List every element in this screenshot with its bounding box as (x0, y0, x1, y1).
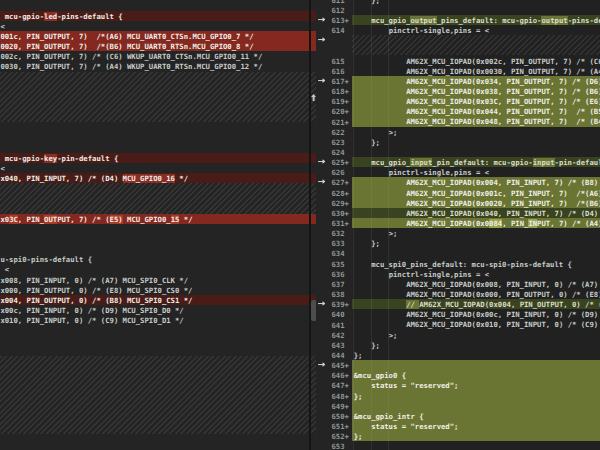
line-number[interactable]: 639 (326, 300, 345, 310)
code-line-text: AM62X_MCU_IOPAD(0x0030, PIN_OUTPUT, 7) /… (406, 67, 600, 76)
code-line-text: AM62X_MCU_IOPAD(0x00c, PIN_INPUT, 0) /* … (406, 310, 600, 319)
line-number[interactable]: 644 (326, 351, 345, 361)
filler-hatch-block (0, 183, 316, 213)
line-number[interactable]: 612 (326, 6, 345, 16)
code-text: */ (175, 174, 188, 183)
line-number[interactable]: 626 (326, 168, 345, 178)
line-number[interactable]: 615 (326, 57, 345, 67)
line-number[interactable]: 634 (326, 249, 345, 259)
line-number[interactable]: 640 (326, 310, 345, 320)
code-text: < (0, 265, 9, 274)
diff-char-box: key (44, 154, 57, 163)
line-number[interactable]: 653 (326, 442, 345, 450)
code-text: AM62X_MCU_IOPAD(0x010, PIN_INPUT, 0) /* … (406, 320, 600, 329)
code-row-old: x010, PIN_INPUT, 0) /* (C9) MCU_SPI0_D1 … (0, 315, 316, 325)
code-text: x040, PIN_INPUT, 7) /* (D4) (0, 174, 122, 183)
added-line-plus-sign: + (345, 432, 349, 442)
code-line-text: x004, PIN_OUTPUT, 0) /* (B8) MCU_SPI0_CS… (0, 296, 192, 305)
code-line-text: pinctrl-single,pins = < (389, 168, 489, 177)
code-text: mcu-gpio- (0, 12, 44, 21)
line-number[interactable]: 637 (326, 280, 345, 290)
code-line-text: pinctrl-single,pins = < (389, 270, 489, 279)
code-text: AM62X_MCU_IOPAD(0x004, PIN_OUTPUT, 0) /*… (419, 300, 600, 309)
line-number[interactable]: 622 (326, 128, 345, 138)
code-row-old: x008, PIN_INPUT, 0) /* (A7) MCU_SPI0_CLK… (0, 275, 316, 285)
added-line-plus-sign: + (345, 87, 349, 97)
current-change-arrow-icon[interactable] (318, 77, 326, 84)
code-text: pinctrl-single,pins = < (389, 26, 489, 35)
line-number[interactable]: 652 (326, 432, 345, 442)
line-number[interactable]: 613 (326, 16, 345, 26)
line-number[interactable]: 625 (326, 158, 345, 168)
line-number[interactable]: 623 (326, 138, 345, 148)
code-line-text: x040, PIN_INPUT, 7) /* (D4) MCU_GPIO0_16… (0, 174, 188, 183)
line-number[interactable]: 630 (326, 209, 345, 219)
current-change-arrow-icon[interactable] (318, 36, 326, 43)
code-line-text: AM62X_MCU_IOPAD(0x004, PIN_INPUT, 7) /* … (406, 178, 600, 187)
line-number[interactable]: 643 (326, 341, 345, 351)
line-number[interactable]: 621 (326, 118, 345, 128)
line-number[interactable]: 632 (326, 229, 345, 239)
added-line-plus-sign: + (345, 361, 349, 371)
line-number[interactable]: 635 (326, 260, 345, 270)
code-text: }; (371, 239, 380, 248)
added-line-plus-sign: + (345, 107, 349, 117)
code-text: -pin-default { (555, 158, 600, 167)
line-number[interactable]: 620 (326, 107, 345, 117)
line-number[interactable]: 642 (326, 331, 345, 341)
code-text: _pins_default: mcu-gpio- (437, 16, 542, 25)
up-arrow-icon[interactable] (311, 94, 316, 101)
line-number[interactable]: 627 (326, 178, 345, 188)
line-number[interactable]: 631 (326, 219, 345, 229)
line-number[interactable]: 636 (326, 270, 345, 280)
code-text: mcu_spi0_pins_default: mcu-spi0-pins-def… (371, 260, 572, 269)
added-line-plus-sign: + (345, 16, 349, 26)
line-number[interactable]: 638 (326, 290, 345, 300)
line-number[interactable]: 648 (326, 392, 345, 402)
code-text: }; (371, 341, 380, 350)
code-row-old: x03C, PIN_OUTPUT, 7) /* (E5) MCU_GPIO0_1… (0, 214, 316, 224)
line-number[interactable]: 619 (326, 97, 345, 107)
code-line-text: < (0, 265, 9, 274)
current-change-arrow-icon[interactable] (318, 361, 326, 368)
code-line-text: AM62X_MCU_IOPAD(0x038, PIN_OUTPUT, 7) /*… (406, 87, 600, 96)
line-number[interactable]: 646 (326, 371, 345, 381)
added-line-plus-sign: + (345, 422, 349, 432)
line-number[interactable]: 647 (326, 381, 345, 391)
code-row-old: 002c, PIN_OUTPUT, 7) /* (C6) WKUP_UART0_… (0, 51, 316, 61)
code-text: , PIN_ (502, 219, 528, 228)
line-number[interactable]: 651 (326, 422, 345, 432)
line-number[interactable]: 624 (326, 148, 345, 158)
current-change-arrow-icon[interactable] (318, 16, 326, 23)
code-text: >; (389, 331, 398, 340)
line-number[interactable]: 650 (326, 412, 345, 422)
code-text: , PIN_ (18, 215, 44, 224)
line-number[interactable]: 629 (326, 199, 345, 209)
code-row-old: x004, PIN_OUTPUT, 0) /* (B8) MCU_SPI0_CS… (0, 295, 316, 305)
line-number[interactable]: 616 (326, 67, 345, 77)
added-line-plus-sign: + (345, 118, 349, 128)
code-row-old: 001c, PIN_OUTPUT, 7) /*(A6) MCU_UART0_CT… (0, 31, 316, 41)
line-number[interactable]: 649 (326, 402, 345, 412)
line-number[interactable]: 628 (326, 189, 345, 199)
line-number[interactable]: 633 (326, 239, 345, 249)
code-line-text: mcu_gpio_output_pins_default: mcu-gpio-o… (371, 16, 600, 25)
line-number[interactable]: 641 (326, 321, 345, 331)
line-number[interactable]: 618 (326, 87, 345, 97)
code-text: -pin-default { (57, 154, 118, 163)
current-change-arrow-icon[interactable] (318, 158, 326, 165)
code-row-old: mcu-gpio-led-pins-default { (0, 11, 316, 21)
code-text: AM62X_MCU_IOPAD(0x0030, PIN_OUTPUT, 7) /… (406, 67, 600, 76)
line-number[interactable]: 614 (326, 26, 345, 36)
current-change-arrow-icon[interactable] (318, 300, 326, 307)
line-number[interactable]: 617 (326, 77, 345, 87)
line-number[interactable]: 645 (326, 361, 345, 371)
added-line-plus-sign: + (345, 300, 349, 310)
current-change-arrow-icon[interactable] (318, 178, 326, 185)
code-line-text: mcu_gpio_input_pin_default: mcu-gpio-inp… (371, 158, 600, 167)
code-row-old: 0020, PIN_OUTPUT, 7) /*(B6) MCU_UART0_RT… (0, 41, 316, 51)
code-text: 001c, PIN_OUTPUT, 7) /*(A6) MCU_UART0_CT… (0, 32, 253, 41)
code-line-text: x000, PIN_OUTPUT, 0) /* (E8) MCU_SPI0_CS… (0, 286, 192, 295)
code-text: x000, PIN_OUTPUT, 0) /* (E8) MCU_SPI0_CS… (0, 286, 192, 295)
code-text: AM62X_MCU_IOPAD(0x048, PIN_OUTPUT, 7) /*… (406, 117, 600, 126)
